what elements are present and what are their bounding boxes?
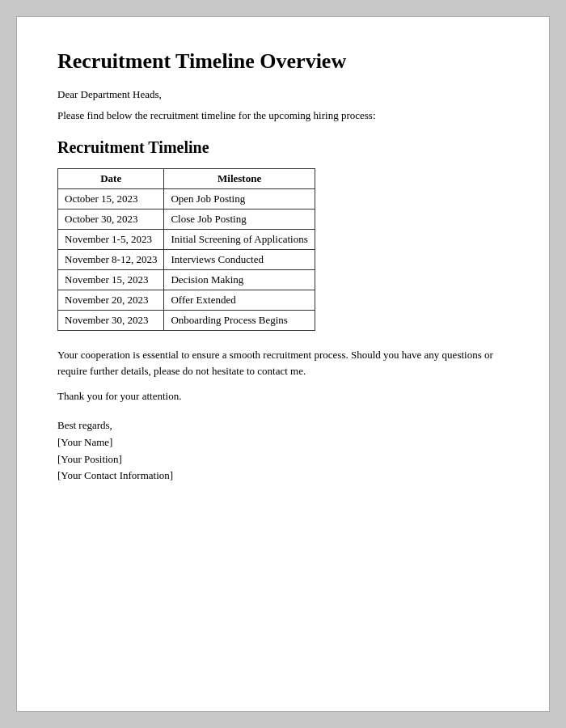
table-row: November 20, 2023Offer Extended — [58, 290, 315, 311]
table-cell-date: October 30, 2023 — [58, 210, 164, 230]
timeline-table: Date Milestone October 15, 2023Open Job … — [57, 168, 315, 331]
table-cell-date: November 1-5, 2023 — [58, 230, 164, 250]
table-body: October 15, 2023Open Job PostingOctober … — [58, 189, 315, 331]
greeting-text: Dear Department Heads, — [57, 88, 509, 101]
table-cell-milestone: Offer Extended — [164, 290, 315, 311]
section-heading: Recruitment Timeline — [57, 138, 509, 157]
signature-closing: Best regards, — [57, 417, 509, 434]
table-cell-date: October 15, 2023 — [58, 189, 164, 210]
signature-block: Best regards, [Your Name] [Your Position… — [57, 417, 509, 485]
table-cell-date: November 30, 2023 — [58, 311, 164, 331]
table-cell-milestone: Open Job Posting — [164, 189, 315, 210]
signature-contact: [Your Contact Information] — [57, 468, 509, 485]
document-page: Recruitment Timeline Overview Dear Depar… — [16, 16, 550, 712]
table-cell-milestone: Close Job Posting — [164, 210, 315, 230]
table-cell-milestone: Interviews Conducted — [164, 250, 315, 270]
table-row: October 30, 2023Close Job Posting — [58, 210, 315, 230]
table-row: October 15, 2023Open Job Posting — [58, 189, 315, 210]
col-header-date: Date — [58, 169, 164, 189]
table-cell-date: November 8-12, 2023 — [58, 250, 164, 270]
signature-position: [Your Position] — [57, 451, 509, 468]
table-row: November 1-5, 2023Initial Screening of A… — [58, 230, 315, 250]
table-cell-date: November 15, 2023 — [58, 270, 164, 290]
thank-you-text: Thank you for your attention. — [57, 390, 509, 403]
signature-name: [Your Name] — [57, 434, 509, 451]
table-row: November 8-12, 2023Interviews Conducted — [58, 250, 315, 270]
col-header-milestone: Milestone — [164, 169, 315, 189]
table-cell-milestone: Initial Screening of Applications — [164, 230, 315, 250]
table-row: November 30, 2023Onboarding Process Begi… — [58, 311, 315, 331]
table-row: November 15, 2023Decision Making — [58, 270, 315, 290]
body-text: Your cooperation is essential to ensure … — [57, 347, 509, 379]
table-cell-date: November 20, 2023 — [58, 290, 164, 311]
intro-text: Please find below the recruitment timeli… — [57, 109, 509, 122]
page-title: Recruitment Timeline Overview — [57, 49, 509, 74]
table-header-row: Date Milestone — [58, 169, 315, 189]
table-cell-milestone: Decision Making — [164, 270, 315, 290]
table-cell-milestone: Onboarding Process Begins — [164, 311, 315, 331]
